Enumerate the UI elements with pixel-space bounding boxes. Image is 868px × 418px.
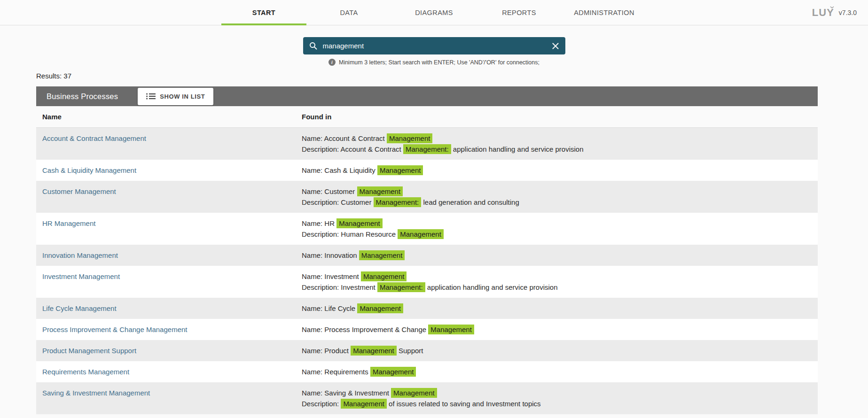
found-in-text: Description: xyxy=(302,400,341,408)
results-count: Results: 37 xyxy=(36,72,868,80)
found-in-cell: Name: Life Cycle Management xyxy=(302,303,818,314)
found-in-text: application handling and service provisi… xyxy=(451,145,584,153)
result-name-link[interactable]: Process Improvement & Change Management xyxy=(42,325,188,333)
found-in-text: Support xyxy=(397,347,423,355)
search-term-highlight: Management: xyxy=(377,282,425,292)
found-in-text: Description: Investment xyxy=(302,283,377,291)
table-row: Requirements ManagementName: Requirement… xyxy=(36,361,818,382)
search-icon xyxy=(309,42,317,50)
found-in-text: Name: Life Cycle xyxy=(302,304,357,312)
found-in-text: lead generation and consulting xyxy=(421,198,519,206)
result-name-link[interactable]: Requirements Management xyxy=(42,368,129,376)
search-bar[interactable] xyxy=(303,37,565,54)
result-name-link[interactable]: HR Management xyxy=(42,219,95,227)
name-cell: Life Cycle Management xyxy=(42,303,302,314)
found-in-cell: Name: Product Management Support xyxy=(302,345,818,356)
found-in-text: Name: Saving & Investment xyxy=(302,389,391,397)
top-nav: STARTDATADIAGRAMSREPORTSADMINISTRATION L… xyxy=(0,0,868,25)
nav-tab-administration[interactable]: ADMINISTRATION xyxy=(562,0,647,25)
nav-tab-diagrams[interactable]: DIAGRAMS xyxy=(391,0,477,25)
found-in-text: application handling and service provisi… xyxy=(425,283,558,291)
name-cell: Cash & Liquidity Management xyxy=(42,165,302,176)
name-cell: Account & Contract Management xyxy=(42,133,302,144)
name-cell: Product Management Support xyxy=(42,345,302,356)
table-row: Customer ManagementName: Customer Manage… xyxy=(36,181,818,213)
found-in-line: Name: Saving & Investment Management xyxy=(302,387,818,398)
brand: LUY v7.3.0 xyxy=(812,0,857,25)
list-icon xyxy=(146,93,156,100)
found-in-text: Name: Product xyxy=(302,347,351,355)
found-in-text: Name: Innovation xyxy=(302,251,359,259)
search-input[interactable] xyxy=(322,41,547,50)
result-name-link[interactable]: Cash & Liquidity Management xyxy=(42,166,136,174)
column-header-name: Name xyxy=(42,113,302,121)
search-term-highlight: Management xyxy=(370,367,416,377)
search-term-highlight: Management xyxy=(359,250,405,260)
found-in-line: Description: Management of issues relate… xyxy=(302,398,818,409)
search-term-highlight: Management xyxy=(377,165,423,175)
search-term-highlight: Management xyxy=(428,325,474,334)
search-term-highlight: Management: xyxy=(403,144,451,154)
found-in-text: Name: HR xyxy=(302,219,336,227)
found-in-text: Description: Customer xyxy=(302,198,374,206)
name-cell: Investment Management xyxy=(42,271,302,282)
name-cell: Process Improvement & Change Management xyxy=(42,324,302,335)
table-row: Saving & Investment ManagementName: Savi… xyxy=(36,382,818,414)
search-term-highlight: Management: xyxy=(374,197,422,207)
found-in-text: of issues related to saving and Investme… xyxy=(387,400,541,408)
found-in-line: Name: Innovation Management xyxy=(302,250,818,261)
show-in-list-button[interactable]: SHOW IN LIST xyxy=(138,88,213,105)
found-in-text: Name: Customer xyxy=(302,187,357,195)
app-logo: LUY xyxy=(812,7,834,19)
found-in-line: Name: Cash & Liquidity Management xyxy=(302,165,818,176)
section-title: Business Processes xyxy=(47,92,118,101)
table-header: Name Found in xyxy=(36,106,818,128)
result-name-link[interactable]: Saving & Investment Management xyxy=(42,389,150,397)
search-term-highlight: Management xyxy=(398,229,444,239)
main-content: i Minimum 3 letters; Start search with E… xyxy=(0,37,868,414)
nav-tabs: STARTDATADIAGRAMSREPORTSADMINISTRATION xyxy=(0,0,868,25)
search-term-highlight: Management xyxy=(341,399,387,409)
nav-tab-data[interactable]: DATA xyxy=(306,0,391,25)
found-in-line: Name: Product Management Support xyxy=(302,345,818,356)
found-in-line: Name: Account & Contract Management xyxy=(302,133,818,144)
found-in-cell: Name: Requirements Management xyxy=(302,366,818,377)
found-in-text: Description: Account & Contract xyxy=(302,145,403,153)
found-in-line: Description: Investment Management: appl… xyxy=(302,282,818,293)
found-in-line: Name: Requirements Management xyxy=(302,366,818,377)
result-name-link[interactable]: Product Management Support xyxy=(42,347,136,355)
found-in-line: Name: Investment Management xyxy=(302,271,818,282)
name-cell: Requirements Management xyxy=(42,366,302,377)
clear-search-icon[interactable] xyxy=(552,42,559,50)
search-term-highlight: Management xyxy=(357,186,403,196)
result-name-link[interactable]: Innovation Management xyxy=(42,251,118,259)
found-in-cell: Name: Investment ManagementDescription: … xyxy=(302,271,818,293)
found-in-text: Name: Account & Contract xyxy=(302,134,387,142)
found-in-line: Name: Life Cycle Management xyxy=(302,303,818,314)
result-name-link[interactable]: Customer Management xyxy=(42,187,116,195)
table-row: HR ManagementName: HR ManagementDescript… xyxy=(36,213,818,245)
search-term-highlight: Management xyxy=(387,133,433,143)
search-term-highlight: Management xyxy=(357,303,403,313)
found-in-text: Name: Cash & Liquidity xyxy=(302,166,377,174)
show-in-list-label: SHOW IN LIST xyxy=(160,93,205,100)
nav-tab-start[interactable]: START xyxy=(221,0,306,25)
found-in-line: Description: Account & Contract Manageme… xyxy=(302,144,818,155)
result-name-link[interactable]: Life Cycle Management xyxy=(42,304,117,312)
table-row: Product Management SupportName: Product … xyxy=(36,340,818,361)
result-name-link[interactable]: Investment Management xyxy=(42,272,120,280)
found-in-line: Description: Human Resource Management xyxy=(302,229,818,240)
table-row: Investment ManagementName: Investment Ma… xyxy=(36,266,818,298)
result-name-link[interactable]: Account & Contract Management xyxy=(42,134,146,142)
found-in-cell: Name: Process Improvement & Change Manag… xyxy=(302,324,818,335)
found-in-cell: Name: Account & Contract ManagementDescr… xyxy=(302,133,818,155)
search-hint-text: Minimum 3 letters; Start search with ENT… xyxy=(339,59,540,66)
info-icon: i xyxy=(328,59,336,66)
nav-tab-reports[interactable]: REPORTS xyxy=(477,0,562,25)
app-version: v7.3.0 xyxy=(839,9,857,16)
name-cell: Saving & Investment Management xyxy=(42,387,302,398)
business-processes-panel: Business Processes SHOW IN LIST Name Fou… xyxy=(36,86,818,414)
found-in-text: Name: Requirements xyxy=(302,368,370,376)
table-row: Process Improvement & Change ManagementN… xyxy=(36,319,818,340)
name-cell: HR Management xyxy=(42,218,302,229)
